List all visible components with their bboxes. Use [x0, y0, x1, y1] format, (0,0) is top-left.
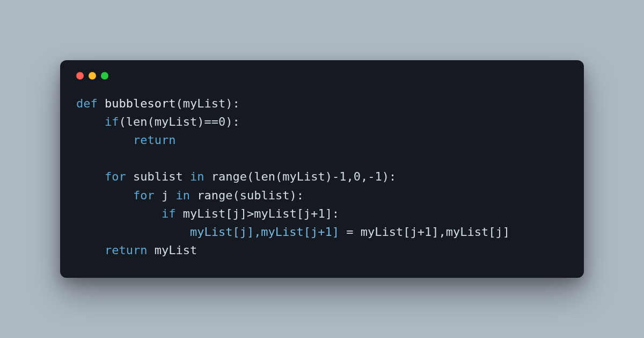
indent — [76, 207, 162, 220]
window-titlebar — [76, 72, 568, 95]
minimize-icon[interactable] — [89, 72, 96, 80]
code-text: ): — [382, 170, 397, 183]
builtin-len: len — [254, 170, 275, 183]
indent — [76, 243, 105, 257]
code-block: def bubblesort(myList): if(len(myList)==… — [76, 95, 568, 260]
keyword-def: def — [76, 97, 105, 110]
code-text: , — [346, 170, 353, 183]
number-literal: 1 — [375, 170, 382, 183]
number-literal: 1 — [318, 207, 325, 220]
keyword-in: in — [190, 170, 211, 183]
indent — [76, 189, 133, 202]
number-literal: 0 — [354, 170, 361, 183]
loop-var: j — [162, 189, 176, 202]
assignment-lhs: myList[j],myList[j+1] — [190, 225, 339, 239]
loop-var: sublist — [133, 170, 190, 183]
code-text: (myList): — [175, 97, 239, 110]
code-text: myList — [155, 243, 197, 257]
function-name: bubblesort — [105, 97, 175, 110]
indent — [76, 133, 133, 147]
indent — [76, 170, 105, 183]
code-text: ,- — [361, 170, 375, 183]
keyword-if: if — [162, 207, 183, 220]
code-text: ( — [247, 170, 254, 183]
keyword-return: return — [133, 133, 175, 147]
builtin-range: range — [211, 170, 247, 183]
keyword-for: for — [105, 170, 133, 183]
builtin-range: range — [197, 189, 232, 202]
maximize-icon[interactable] — [101, 72, 108, 80]
indent — [76, 225, 190, 239]
code-text: (myList)- — [275, 170, 339, 183]
number-literal: 0 — [218, 115, 225, 128]
code-text: ( — [119, 115, 126, 128]
assignment-op: = — [339, 225, 361, 239]
code-window: def bubblesort(myList): if(len(myList)==… — [60, 60, 584, 278]
code-text: ],myList[j] — [431, 225, 510, 239]
code-text: ]: — [325, 207, 340, 220]
keyword-return: return — [105, 243, 155, 257]
builtin-len: len — [126, 115, 148, 128]
close-icon[interactable] — [76, 72, 84, 80]
keyword-for: for — [133, 189, 162, 202]
code-text: (sublist): — [232, 189, 303, 202]
number-literal: 1 — [425, 225, 431, 239]
code-text: ): — [225, 115, 240, 128]
code-text: (myList)== — [147, 115, 218, 128]
keyword-in: in — [175, 189, 197, 202]
keyword-if: if — [105, 115, 119, 128]
code-text: myList[j]>myList[j+ — [183, 207, 318, 220]
code-text: myList[j+ — [361, 225, 425, 239]
indent — [76, 115, 105, 128]
number-literal: 1 — [339, 170, 346, 183]
